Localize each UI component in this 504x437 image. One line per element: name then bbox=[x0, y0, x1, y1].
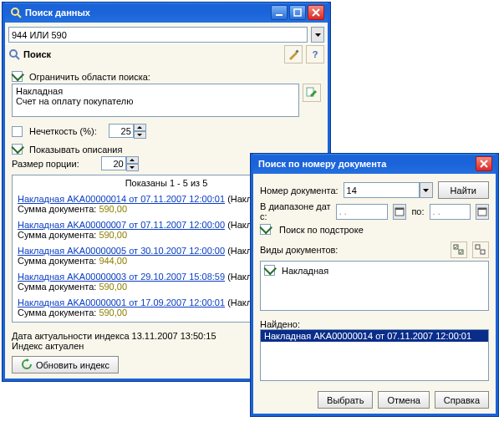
select-label: Выбрать bbox=[327, 395, 364, 405]
result-link[interactable]: Накладная AKA00000014 от 07.11.2007 12:0… bbox=[18, 194, 225, 204]
portion-spinner[interactable] bbox=[101, 156, 139, 171]
select-button[interactable]: Выбрать bbox=[318, 391, 373, 409]
result-sum-value: 590,00 bbox=[99, 282, 127, 292]
date-to-value: . . bbox=[433, 206, 440, 216]
doc-num-label: Номер документа: bbox=[260, 185, 339, 196]
date-from-input[interactable]: . . bbox=[336, 204, 389, 220]
svg-marker-12 bbox=[137, 126, 142, 129]
types-listbox[interactable]: Накладная bbox=[260, 261, 489, 311]
svg-point-7 bbox=[10, 50, 17, 57]
uncheck-all-button[interactable] bbox=[472, 241, 489, 258]
search-data-app-icon bbox=[10, 7, 22, 18]
result-sum-label: Сумма документа: bbox=[18, 230, 99, 240]
svg-marker-16 bbox=[27, 358, 29, 362]
substr-checkbox[interactable] bbox=[260, 224, 271, 235]
fuzzy-spinner[interactable] bbox=[109, 124, 146, 139]
window2-title: Поиск по номеру документа bbox=[258, 159, 474, 169]
result-sum-label: Сумма документа: bbox=[18, 204, 99, 214]
result-link[interactable]: Накладная AKA00000007 от 07.11.2007 12:0… bbox=[18, 220, 225, 230]
minimize-button[interactable] bbox=[271, 5, 288, 20]
update-index-button[interactable]: Обновить индекс bbox=[12, 356, 119, 373]
area-item: Накладная bbox=[16, 86, 295, 96]
check-all-button[interactable] bbox=[451, 241, 467, 258]
help-button[interactable]: ? bbox=[306, 45, 324, 64]
date-to-input[interactable]: . . bbox=[430, 204, 471, 220]
magnifier-icon bbox=[8, 48, 20, 60]
show-desc-checkbox[interactable] bbox=[12, 144, 23, 155]
substr-label: Поиск по подстроке bbox=[279, 225, 364, 235]
result-link[interactable]: Накладная AKA00000001 от 17.09.2007 12:0… bbox=[18, 297, 225, 307]
doc-num-dropdown[interactable] bbox=[420, 182, 433, 198]
svg-rect-27 bbox=[481, 250, 485, 254]
svg-rect-23 bbox=[478, 208, 486, 210]
limit-areas-label: Ограничить области поиска: bbox=[29, 72, 150, 82]
result-sum-value: 590,00 bbox=[99, 307, 127, 318]
search-input-value: 944 ИЛИ 590 bbox=[12, 30, 67, 40]
svg-point-0 bbox=[12, 8, 18, 15]
find-button[interactable]: Найти bbox=[438, 181, 489, 199]
result-sum-value: 944,00 bbox=[99, 256, 127, 266]
svg-marker-14 bbox=[130, 159, 135, 161]
found-item-selected[interactable]: Накладная AKA00000014 от 07.11.2007 12:0… bbox=[261, 330, 488, 342]
svg-line-8 bbox=[16, 56, 19, 59]
type-item-label: Накладная bbox=[282, 266, 328, 276]
result-sum-value: 590,00 bbox=[99, 230, 127, 240]
help-label: Справка bbox=[444, 395, 480, 405]
window2-titlebar[interactable]: Поиск по номеру документа bbox=[253, 154, 496, 174]
range-to-label: по: bbox=[411, 206, 424, 216]
areas-listbox[interactable]: Накладная Счет на оплату покупателю bbox=[12, 84, 299, 117]
svg-line-1 bbox=[18, 14, 21, 18]
spinner-up[interactable] bbox=[126, 156, 139, 164]
svg-text:?: ? bbox=[313, 49, 318, 59]
found-listbox[interactable]: Накладная AKA00000014 от 07.11.2007 12:0… bbox=[260, 329, 489, 381]
result-sum-label: Сумма документа: bbox=[18, 256, 99, 266]
svg-rect-21 bbox=[395, 208, 404, 210]
portion-label: Размер порции: bbox=[12, 159, 79, 169]
search-label: Поиск bbox=[23, 49, 51, 59]
limit-areas-checkbox[interactable] bbox=[12, 71, 23, 82]
area-item: Счет на оплату покупателю bbox=[16, 96, 295, 106]
found-label: Найдено: bbox=[260, 319, 489, 329]
edit-areas-button[interactable] bbox=[303, 84, 321, 102]
range-label: В диапазоне дат с: bbox=[260, 201, 331, 221]
settings-button[interactable] bbox=[284, 45, 303, 64]
update-index-label: Обновить индекс bbox=[36, 360, 109, 370]
close-button[interactable] bbox=[476, 156, 492, 171]
svg-marker-15 bbox=[130, 166, 135, 169]
date-to-picker[interactable] bbox=[476, 204, 489, 220]
cancel-button[interactable]: Отмена bbox=[378, 391, 429, 409]
close-button[interactable] bbox=[308, 5, 324, 20]
fuzzy-value[interactable] bbox=[109, 124, 134, 138]
doc-num-value: 14 bbox=[347, 185, 357, 196]
result-link[interactable]: Накладная AKA00000005 от 30.10.2007 12:0… bbox=[18, 246, 225, 256]
window1-title: Поиск данных bbox=[25, 8, 269, 18]
spinner-down[interactable] bbox=[134, 131, 146, 139]
search-toolbar: Поиск ? bbox=[5, 44, 328, 64]
svg-marker-13 bbox=[137, 134, 142, 136]
spinner-down[interactable] bbox=[126, 164, 139, 171]
fuzzy-checkbox[interactable] bbox=[12, 126, 23, 137]
result-sum-value: 590,00 bbox=[99, 204, 127, 214]
refresh-icon bbox=[21, 358, 33, 372]
result-link[interactable]: Накладная AKA00000003 от 29.10.2007 15:0… bbox=[18, 272, 225, 282]
window1-titlebar[interactable]: Поиск данных bbox=[5, 3, 328, 23]
svg-marker-19 bbox=[423, 189, 429, 192]
types-label: Виды документов: bbox=[260, 245, 445, 255]
fuzzy-label: Нечеткость (%): bbox=[29, 126, 97, 136]
help-button[interactable]: Справка bbox=[435, 391, 489, 409]
type-checkbox[interactable] bbox=[264, 265, 275, 276]
svg-rect-3 bbox=[294, 9, 301, 16]
search-input[interactable]: 944 ИЛИ 590 bbox=[8, 27, 308, 43]
date-from-picker[interactable] bbox=[393, 204, 406, 220]
maximize-button[interactable] bbox=[289, 5, 306, 20]
search-dropdown-button[interactable] bbox=[311, 27, 324, 43]
portion-value[interactable] bbox=[101, 156, 126, 170]
spinner-up[interactable] bbox=[134, 124, 146, 131]
result-sum-label: Сумма документа: bbox=[18, 282, 99, 292]
svg-rect-2 bbox=[276, 14, 283, 16]
cancel-label: Отмена bbox=[387, 395, 420, 405]
find-label: Найти bbox=[451, 185, 476, 196]
result-sum-label: Сумма документа: bbox=[18, 307, 99, 318]
svg-marker-6 bbox=[315, 33, 321, 37]
doc-num-input[interactable]: 14 bbox=[344, 182, 420, 198]
